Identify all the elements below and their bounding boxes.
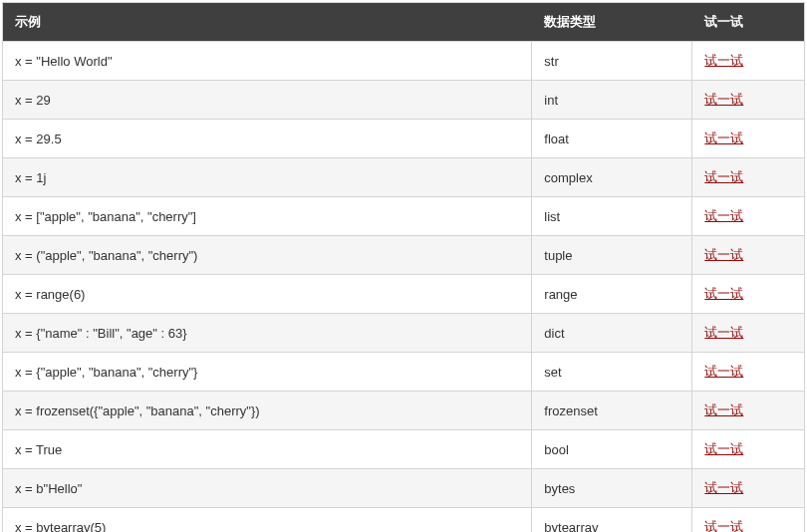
cell-example: x = b"Hello": [3, 469, 532, 508]
try-it-link[interactable]: 试一试: [704, 441, 743, 456]
cell-example: x = 1j: [3, 158, 532, 197]
try-it-link[interactable]: 试一试: [704, 247, 743, 262]
cell-action: 试一试: [692, 120, 805, 158]
cell-example: x = 29: [3, 81, 532, 120]
header-data-type: 数据类型: [532, 3, 692, 42]
try-it-link[interactable]: 试一试: [704, 286, 743, 301]
cell-action: 试一试: [692, 275, 805, 314]
cell-example: x = True: [3, 430, 532, 469]
cell-type: bytearray: [532, 508, 692, 533]
cell-type: set: [532, 353, 692, 392]
table-row: x = ["apple", "banana", "cherry"]list试一试: [3, 197, 805, 236]
cell-type: bytes: [532, 469, 692, 508]
cell-type: str: [532, 42, 692, 81]
table-row: x = 29int试一试: [3, 81, 805, 120]
data-types-table: 示例 数据类型 试一试 x = "Hello World"str试一试x = 2…: [2, 2, 805, 532]
table-row: x = frozenset({"apple", "banana", "cherr…: [3, 392, 805, 430]
cell-action: 试一试: [692, 81, 805, 120]
try-it-link[interactable]: 试一试: [704, 480, 743, 495]
cell-example: x = range(6): [3, 275, 532, 314]
cell-example: x = 29.5: [3, 120, 532, 158]
cell-example: x = bytearray(5): [3, 508, 532, 533]
try-it-link[interactable]: 试一试: [704, 325, 743, 340]
try-it-link[interactable]: 试一试: [704, 53, 743, 68]
cell-action: 试一试: [692, 197, 805, 236]
cell-type: float: [532, 120, 692, 158]
try-it-link[interactable]: 试一试: [704, 131, 743, 145]
cell-action: 试一试: [692, 42, 805, 81]
cell-action: 试一试: [692, 353, 805, 392]
try-it-link[interactable]: 试一试: [704, 92, 743, 107]
cell-example: x = {"name" : "Bill", "age" : 63}: [3, 314, 532, 353]
table-header-row: 示例 数据类型 试一试: [3, 3, 805, 42]
cell-action: 试一试: [692, 392, 805, 430]
try-it-link[interactable]: 试一试: [704, 208, 743, 223]
cell-example: x = ("apple", "banana", "cherry"): [3, 236, 532, 275]
cell-action: 试一试: [692, 236, 805, 275]
cell-example: x = frozenset({"apple", "banana", "cherr…: [3, 392, 532, 430]
cell-action: 试一试: [692, 314, 805, 353]
table-row: x = 1jcomplex试一试: [3, 158, 805, 197]
table-row: x = ("apple", "banana", "cherry")tuple试一…: [3, 236, 805, 275]
table-row: x = Truebool试一试: [3, 430, 805, 469]
cell-action: 试一试: [692, 508, 805, 533]
table-row: x = "Hello World"str试一试: [3, 42, 805, 81]
cell-example: x = ["apple", "banana", "cherry"]: [3, 197, 532, 236]
table-row: x = b"Hello"bytes试一试: [3, 469, 805, 508]
table-row: x = 29.5float试一试: [3, 120, 805, 158]
cell-type: range: [532, 275, 692, 314]
table-row: x = {"apple", "banana", "cherry"}set试一试: [3, 353, 805, 392]
table-row: x = {"name" : "Bill", "age" : 63}dict试一试: [3, 314, 805, 353]
header-try-it: 试一试: [692, 3, 805, 42]
cell-example: x = "Hello World": [3, 42, 532, 81]
try-it-link[interactable]: 试一试: [704, 169, 743, 184]
cell-action: 试一试: [692, 430, 805, 469]
table-row: x = bytearray(5)bytearray试一试: [3, 508, 805, 533]
cell-action: 试一试: [692, 158, 805, 197]
try-it-link[interactable]: 试一试: [704, 519, 743, 532]
cell-example: x = {"apple", "banana", "cherry"}: [3, 353, 532, 392]
cell-type: tuple: [532, 236, 692, 275]
cell-type: dict: [532, 314, 692, 353]
try-it-link[interactable]: 试一试: [704, 402, 743, 417]
table-row: x = range(6)range试一试: [3, 275, 805, 314]
cell-type: list: [532, 197, 692, 236]
cell-type: int: [532, 81, 692, 120]
cell-type: bool: [532, 430, 692, 469]
header-example: 示例: [3, 3, 532, 42]
cell-type: complex: [532, 158, 692, 197]
try-it-link[interactable]: 试一试: [704, 364, 743, 379]
cell-type: frozenset: [532, 392, 692, 430]
cell-action: 试一试: [692, 469, 805, 508]
